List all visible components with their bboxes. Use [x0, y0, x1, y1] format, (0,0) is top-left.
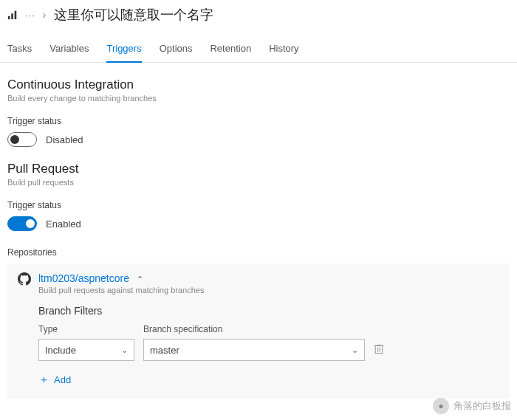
plus-icon: ＋ [38, 373, 49, 387]
tab-retention[interactable]: Retention [210, 37, 251, 62]
breadcrumb-chevron: › [43, 9, 47, 21]
tabbar: Tasks Variables Triggers Options Retenti… [0, 30, 517, 63]
pr-status-label: Trigger status [7, 200, 510, 210]
branch-label: Branch specification [143, 324, 365, 334]
tab-options[interactable]: Options [160, 37, 193, 62]
pipeline-icon [7, 10, 18, 20]
ci-status-label: Trigger status [7, 116, 510, 126]
breadcrumb-ellipsis[interactable]: ··· [25, 10, 35, 21]
ci-toggle-value: Disabled [46, 134, 83, 145]
tab-tasks[interactable]: Tasks [7, 37, 32, 62]
add-label: Add [54, 374, 71, 385]
delete-icon[interactable] [374, 344, 384, 361]
chevron-up-icon[interactable]: ⌃ [137, 275, 143, 283]
repositories-label: Repositories [7, 247, 510, 258]
branch-select-value: master [150, 345, 179, 356]
tab-triggers[interactable]: Triggers [106, 37, 141, 63]
branch-select[interactable]: master ⌄ [143, 339, 365, 361]
ci-toggle[interactable] [7, 132, 37, 147]
watermark: ● 角落的白板报 [433, 398, 511, 414]
repo-desc: Build pull requests against matching bra… [38, 286, 204, 295]
branch-filters-title: Branch Filters [38, 305, 499, 317]
ci-desc: Build every change to matching branches [7, 94, 510, 103]
pr-desc: Build pull requests [7, 178, 510, 187]
tab-variables[interactable]: Variables [49, 37, 89, 62]
github-icon [18, 272, 31, 286]
watermark-text: 角落的白板报 [453, 399, 511, 413]
repo-name[interactable]: ltm0203/aspnetcore [38, 272, 129, 284]
ci-title: Continuous Integration [7, 78, 510, 92]
repo-panel: ltm0203/aspnetcore ⌃ Build pull requests… [7, 264, 510, 399]
page-title: 这里你可以随意取一个名字 [54, 6, 213, 24]
pr-toggle-value: Enabled [46, 218, 81, 230]
add-button[interactable]: ＋ Add [38, 373, 499, 387]
watermark-icon: ● [433, 398, 449, 414]
type-label: Type [38, 324, 134, 334]
chevron-down-icon: ⌄ [352, 345, 358, 355]
tab-history[interactable]: History [269, 37, 298, 62]
svg-rect-0 [8, 16, 10, 19]
type-select[interactable]: Include ⌄ [38, 339, 134, 361]
pr-toggle[interactable] [7, 216, 37, 231]
pr-title: Pull Request [7, 162, 510, 176]
chevron-down-icon: ⌄ [121, 345, 128, 355]
type-select-value: Include [45, 345, 76, 356]
svg-rect-1 [11, 13, 13, 19]
svg-rect-2 [15, 11, 17, 19]
